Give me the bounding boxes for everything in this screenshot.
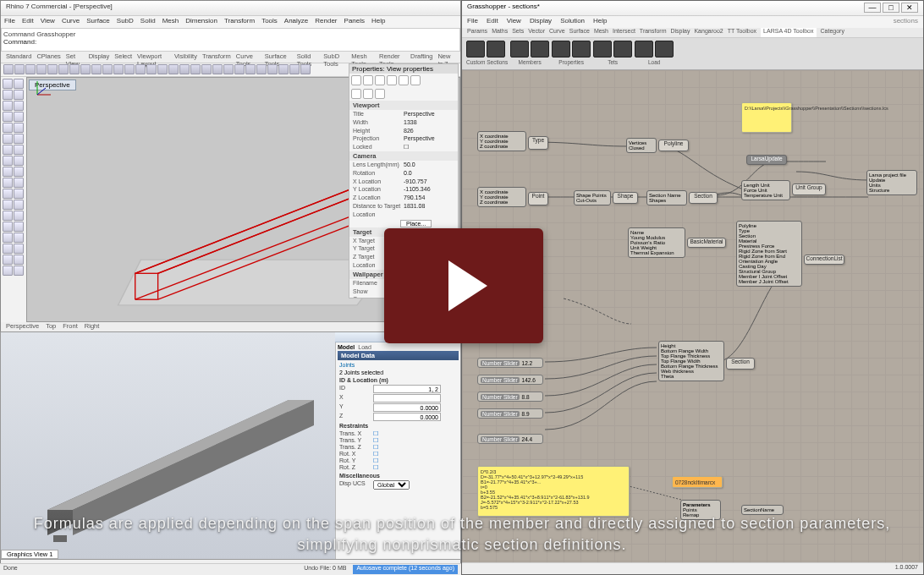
gh-menu-view[interactable]: View [507,17,521,27]
section-inputs[interactable]: Section Name Shapes [646,190,687,205]
toolbar-icon[interactable] [102,64,113,74]
prop-row[interactable]: Rotation0.0 [349,169,458,178]
ribbon-tile[interactable] [552,41,570,58]
ribbon-tile[interactable] [466,41,485,58]
y-field[interactable] [373,403,441,412]
prop-row[interactable]: Lens Length(mm)50.0 [349,161,458,169]
tool-tab[interactable]: Surface Tools [265,52,292,62]
tool-icon[interactable] [14,244,24,254]
ribbon-tile[interactable] [613,41,632,58]
tool-icon[interactable] [14,156,24,166]
shape-inputs[interactable]: Shape Points Cut-Outs [574,190,611,205]
tool-icon[interactable] [3,222,13,232]
restraint-checkbox[interactable] [373,457,380,464]
tool-icon[interactable] [14,178,24,188]
ribbon-tab-mesh[interactable]: Mesh [594,28,608,37]
tool-icon[interactable] [3,200,13,210]
tool-icon[interactable] [14,167,24,177]
tool-icon[interactable] [3,255,13,265]
tool-tab[interactable]: Mesh Tools [351,52,374,62]
prop-row[interactable]: Width1338 [349,118,458,127]
ribbon-tab-display[interactable]: Display [671,28,690,37]
unit-group-component[interactable]: Unit Group [792,183,826,195]
prop-icon[interactable] [363,89,373,99]
menu-tools[interactable]: Tools [261,17,278,27]
tool-tab[interactable]: SubD Tools [323,52,346,62]
restraint-checkbox[interactable] [373,451,380,457]
toolbar-icon[interactable] [157,64,168,74]
toolbar-icon[interactable] [3,64,14,74]
toolbar-icon[interactable] [256,64,267,74]
toolbar-icon[interactable] [212,64,223,74]
gh-menu-solution[interactable]: Solution [560,17,585,27]
tool-tab[interactable]: Viewport Layout [137,52,169,62]
parameters-component[interactable]: Parameters Points Remap [680,500,721,520]
ribbon-tile[interactable] [593,41,612,58]
play-button[interactable] [384,228,543,343]
maximize-button[interactable]: □ [883,3,899,13]
prop-icon[interactable] [351,89,361,99]
basic-material-component[interactable]: BasicMaterial [687,238,726,248]
menu-edit[interactable]: Edit [22,17,34,27]
tool-icon[interactable] [3,189,13,199]
prop-icon[interactable] [375,89,385,99]
tool-icon[interactable] [3,178,13,188]
ribbon-tab-transform[interactable]: Transform [640,28,667,37]
polyline-inputs[interactable]: Vertices Closed [626,138,657,153]
menu-panels[interactable]: Panels [344,17,365,27]
toolbar-icon[interactable] [278,64,289,74]
tool-tab[interactable]: CPlanes [36,52,60,62]
tool-tab[interactable]: Transform [202,52,231,62]
gh-menu-edit[interactable]: Edit [487,17,498,27]
tool-icon[interactable] [14,145,24,155]
menu-transform[interactable]: Transform [224,17,255,27]
ribbon-tab-intersect[interactable]: Intersect [613,28,635,37]
rhino-command-area[interactable]: Command Grasshopper Command: [1,28,460,52]
formula-panel[interactable]: D*0.2/3 D=-31.77*x^4+50.41*x^3+12.97*x^2… [477,466,630,517]
basic-material-inputs[interactable]: Name Young Modulus Poisson's Ratio Unit … [628,227,685,258]
number-slider[interactable]: Number Slider24.4 [477,434,543,444]
menu-view[interactable]: View [41,17,55,27]
toolbar-icon[interactable] [179,64,190,74]
tool-tab[interactable]: New in 7 [437,52,455,62]
ribbon-tab-larsa-4d-toolbox[interactable]: LARSA 4D Toolbox [761,28,816,37]
toolbar-icon[interactable] [25,64,36,74]
tool-icon[interactable] [3,244,13,254]
menu-curve[interactable]: Curve [62,17,80,27]
toolbar-icon[interactable] [267,64,278,74]
restraint-checkbox[interactable] [373,444,380,451]
toolbar-icon[interactable] [113,64,124,74]
menu-solid[interactable]: Solid [140,17,156,27]
prop-icon[interactable] [351,75,361,85]
tool-icon[interactable] [14,101,24,111]
ribbon-tab-maths[interactable]: Maths [492,28,508,37]
tool-icon[interactable] [3,156,13,166]
menu-dimension[interactable]: Dimension [185,17,217,27]
section-def-inputs[interactable]: Height Bottom Flange Width Top Flange Th… [658,341,724,381]
shape-component[interactable]: Shape [613,192,638,204]
orange-panel[interactable]: 0728nckItimarcx [672,476,723,488]
tool-icon[interactable] [3,266,13,276]
tool-icon[interactable] [14,189,24,199]
tool-tab[interactable]: Render Tools [379,52,405,62]
tool-icon[interactable] [3,233,13,243]
ribbon-tile[interactable] [655,41,674,58]
ribbon-tab-params[interactable]: Params [467,28,487,37]
tool-icon[interactable] [3,79,13,89]
load-tab[interactable]: Load [358,344,371,350]
toolbar-icon[interactable] [91,64,102,74]
polyline-component[interactable]: Polyline [658,140,689,151]
tool-icon[interactable] [14,222,24,232]
toolbar-icon[interactable] [135,64,146,74]
ribbon-tab-tt-toolbox[interactable]: TT Toolbox [728,28,756,37]
ribbon-tile[interactable] [572,41,591,58]
toolbar-icon[interactable] [14,64,25,74]
prop-icon[interactable] [375,75,385,85]
unit-group-inputs[interactable]: Length Unit Force Unit Temperature Unit [741,180,790,200]
menu-analyze[interactable]: Analyze [284,17,308,27]
prop-row[interactable]: Location [349,211,458,219]
restraint-checkbox[interactable] [373,464,380,471]
larsa-view-tab[interactable]: Graphics View 1 [1,550,58,559]
prop-row[interactable]: Distance to Target1831.08 [349,202,458,211]
toolbar-icon[interactable] [124,64,135,74]
